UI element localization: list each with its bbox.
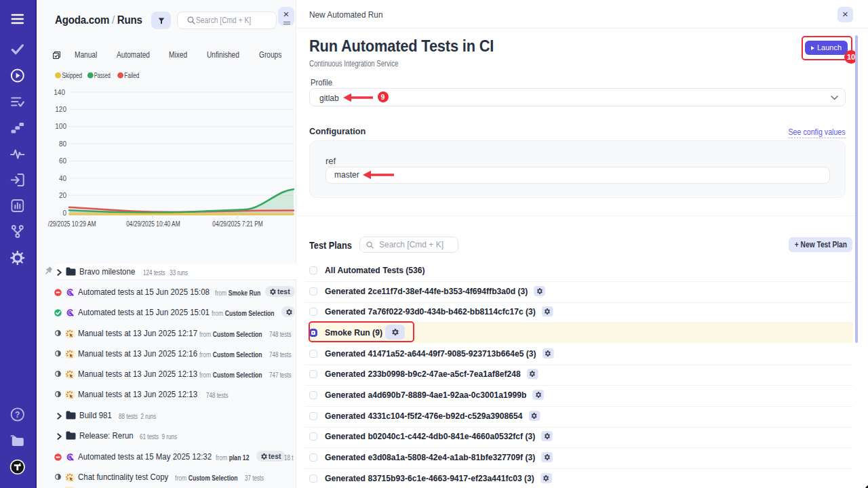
svg-text:/29/2025 10:29 AM: /29/2025 10:29 AM <box>48 220 96 228</box>
svg-text:0: 0 <box>62 209 66 217</box>
svg-text:100: 100 <box>55 123 66 130</box>
svg-text:04/29/2025 7:21 PM: 04/29/2025 7:21 PM <box>212 220 262 228</box>
svg-text:?: ? <box>15 410 20 420</box>
svg-text:80: 80 <box>59 140 67 148</box>
svg-text:120: 120 <box>55 106 66 113</box>
svg-text:140: 140 <box>54 89 65 96</box>
svg-text:04/29/2025 10:40 AM: 04/29/2025 10:40 AM <box>126 220 180 228</box>
svg-text:40: 40 <box>59 175 67 182</box>
svg-text:20: 20 <box>59 192 67 199</box>
svg-text:60: 60 <box>59 157 67 165</box>
